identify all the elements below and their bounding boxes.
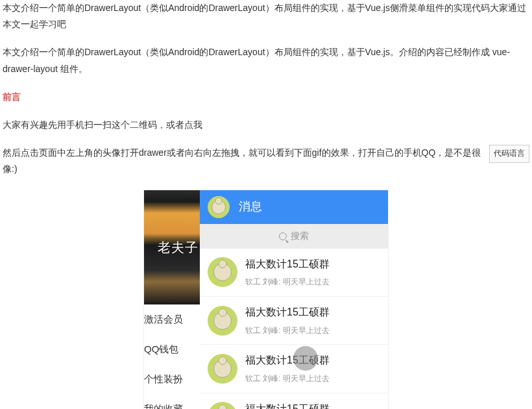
chat-meta: 福大数计15工硕群 软工 刘峰: 明天早上过去 xyxy=(245,400,380,409)
avatar-icon xyxy=(213,360,232,378)
titlebar-title: 消息 xyxy=(239,196,262,217)
chat-title: 福大数计15工硕群 xyxy=(245,303,380,322)
chat-list: 福大数计15工硕群 软工 刘峰: 明天早上过去 福大数计15工硕群 软工 刘峰:… xyxy=(200,249,388,410)
search-icon xyxy=(279,232,287,240)
list-item[interactable]: 福大数计15工硕群 软工 刘峰: 明天早上过去 xyxy=(200,345,388,393)
article-body: 本文介绍一个简单的DrawerLayout（类似Android的DrawerLa… xyxy=(0,0,532,409)
chat-meta: 福大数计15工硕群 软工 刘峰: 明天早上过去 xyxy=(245,303,380,338)
drawer-item-theme[interactable]: 个性装扮 xyxy=(144,364,200,394)
main-content: 消息 搜索 福大数计15工硕群 软工 刘峰: 明天早上过去 xyxy=(200,190,388,410)
drawer-item-vip[interactable]: 激活会员 xyxy=(144,304,200,334)
chat-meta: 福大数计15工硕群 软工 刘峰: 明天早上过去 xyxy=(245,351,380,386)
drawer-hero-label: 老夫子 xyxy=(158,236,199,259)
search-bar[interactable]: 搜索 xyxy=(200,224,388,249)
avatar-icon xyxy=(213,312,232,330)
drawer-item-wallet[interactable]: QQ钱包 xyxy=(144,334,200,364)
code-language-label[interactable]: 代码语言 xyxy=(489,145,529,163)
chat-avatar xyxy=(208,257,237,287)
avatar-icon xyxy=(212,200,226,214)
chat-subtitle: 软工 刘峰: 明天早上过去 xyxy=(245,372,380,386)
paragraph-qr: 大家有兴趣先用手机扫一扫这个二维码，或者点我 xyxy=(3,117,529,133)
chat-title: 福大数计15工硕群 xyxy=(245,400,380,409)
avatar-icon xyxy=(213,263,232,281)
titlebar: 消息 xyxy=(200,190,388,224)
search-placeholder: 搜索 xyxy=(291,228,309,244)
chat-title: 福大数计15工硕群 xyxy=(245,255,380,274)
chat-avatar xyxy=(208,306,237,336)
intro-paragraph-1: 本文介绍一个简单的DrawerLayout（类似Android的DrawerLa… xyxy=(3,0,529,32)
phone-demo: 老夫子 激活会员 QQ钱包 个性装扮 我的收藏 消息 xyxy=(143,190,389,410)
paragraph-drawer-desc: 代码语言 然后点击页面中左上角的头像打开drawer或者向右向左拖拽，就可以看到… xyxy=(3,145,529,177)
intro-paragraph-2: 本文介绍一个简单的DrawerLayout（类似Android的DrawerLa… xyxy=(3,44,529,77)
drawer-item-favorites[interactable]: 我的收藏 xyxy=(144,394,200,410)
chat-subtitle: 软工 刘峰: 明天早上过去 xyxy=(245,275,380,290)
paragraph-drawer-desc-text: 然后点击页面中左上角的头像打开drawer或者向右向左拖拽，就可以看到下面gif… xyxy=(3,147,481,174)
drawer-panel[interactable]: 老夫子 激活会员 QQ钱包 个性装扮 我的收藏 xyxy=(144,190,200,410)
drawer-hero: 老夫子 xyxy=(144,190,200,304)
section-heading-foreword: 前言 xyxy=(3,89,529,105)
chat-meta: 福大数计15工硕群 软工 刘峰: 明天早上过去 xyxy=(245,255,380,290)
chat-title: 福大数计15工硕群 xyxy=(245,351,380,370)
list-item[interactable]: 福大数计15工硕群 软工 刘峰: 明天早上过去 xyxy=(200,393,388,409)
chat-avatar xyxy=(208,402,237,409)
drawer-menu: 激活会员 QQ钱包 个性装扮 我的收藏 xyxy=(144,304,200,410)
avatar-button[interactable] xyxy=(208,196,230,218)
list-item[interactable]: 福大数计15工硕群 软工 刘峰: 明天早上过去 xyxy=(200,297,388,345)
chat-subtitle: 软工 刘峰: 明天早上过去 xyxy=(245,324,380,338)
list-item[interactable]: 福大数计15工硕群 软工 刘峰: 明天早上过去 xyxy=(200,249,388,297)
phone-demo-wrap: 老夫子 激活会员 QQ钱包 个性装扮 我的收藏 消息 xyxy=(3,190,529,410)
chat-avatar xyxy=(208,354,237,384)
